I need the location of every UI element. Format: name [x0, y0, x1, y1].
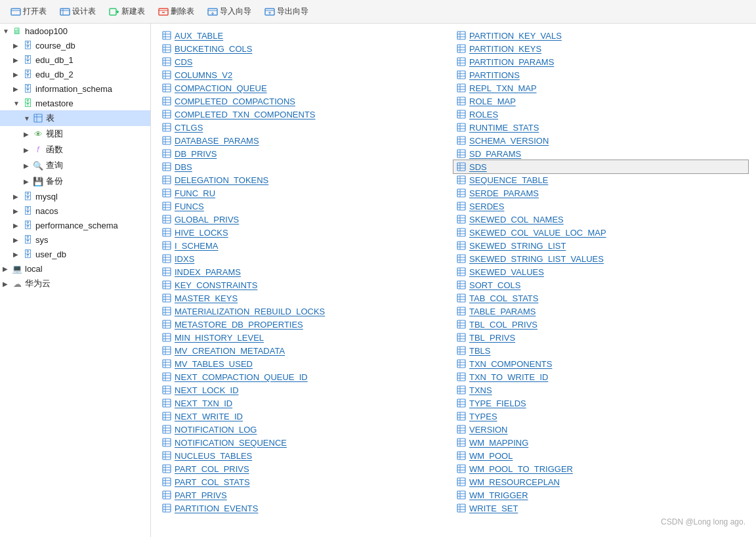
sidebar-item-funcs[interactable]: ▶ f 函数	[0, 142, 150, 158]
table-row[interactable]: BUCKETING_COLS	[159, 42, 453, 55]
table-row[interactable]: CTLGS	[159, 121, 453, 134]
table-row[interactable]: ROLE_MAP	[453, 95, 748, 108]
table-row[interactable]: TXN_COMPONENTS	[453, 357, 748, 370]
table-row[interactable]: IDXS	[159, 252, 453, 265]
table-row[interactable]: INDEX_PARAMS	[159, 265, 453, 278]
table-row[interactable]: FUNCS	[159, 200, 453, 213]
table-row[interactable]: MV_TABLES_USED	[159, 357, 453, 370]
sidebar-item-information-schema[interactable]: ▶ 🗄 information_schema	[0, 81, 150, 96]
table-row[interactable]: PART_COL_STATS	[159, 475, 453, 488]
table-row[interactable]: DATABASE_PARAMS	[159, 134, 453, 147]
sidebar-item-views[interactable]: ▶ 👁 视图	[0, 126, 150, 142]
table-row[interactable]: MV_CREATION_METADATA	[159, 344, 453, 357]
sidebar-item-local[interactable]: ▶ 💻 local	[0, 261, 150, 276]
table-row[interactable]: PART_PRIVS	[159, 488, 453, 502]
table-row[interactable]: SORT_COLS	[453, 278, 748, 291]
table-row[interactable]: NEXT_LOCK_ID	[159, 383, 453, 397]
table-row[interactable]: HIVE_LOCKS	[159, 226, 453, 239]
table-row[interactable]: TBL_PRIVS	[453, 331, 748, 344]
table-row[interactable]: SKEWED_VALUES	[453, 265, 748, 278]
export-wizard-button[interactable]: 导出向导	[259, 4, 314, 19]
table-row[interactable]: REPL_TXN_MAP	[453, 81, 748, 95]
sidebar-item-edu-db-2[interactable]: ▶ 🗄 edu_db_2	[0, 67, 150, 81]
sidebar-item-huawei[interactable]: ▶ ☁ 华为云	[0, 276, 150, 291]
table-row[interactable]: TXN_TO_WRITE_ID	[453, 370, 748, 383]
sidebar-item-sys[interactable]: ▶ 🗄 sys	[0, 232, 150, 247]
table-row[interactable]: DBS	[159, 160, 453, 173]
open-table-button[interactable]: 打开表	[5, 4, 52, 19]
new-table-button[interactable]: 新建表	[104, 4, 150, 19]
table-row[interactable]: MATERIALIZATION_REBUILD_LOCKS	[159, 305, 453, 318]
sidebar-item-backups[interactable]: ▶ 💾 备份	[0, 173, 150, 189]
table-row[interactable]: PARTITIONS	[453, 68, 748, 81]
table-row[interactable]: TYPE_FIELDS	[453, 397, 748, 410]
table-row[interactable]: SCHEMA_VERSION	[453, 134, 748, 147]
table-row[interactable]: COMPLETED_COMPACTIONS	[159, 95, 453, 108]
table-row[interactable]: NUCLEUS_TABLES	[159, 449, 453, 462]
table-row[interactable]: TABLE_PARAMS	[453, 305, 748, 318]
table-row[interactable]: CDS	[159, 55, 453, 68]
sidebar-item-queries[interactable]: ▶ 🔍 查询	[0, 158, 150, 173]
table-name: PARTITION_KEYS	[469, 44, 541, 54]
table-row[interactable]: METASTORE_DB_PROPERTIES	[159, 318, 453, 331]
table-row[interactable]: DELEGATION_TOKENS	[159, 173, 453, 186]
sidebar-item-performance-schema[interactable]: ▶ 🗄 performance_schema	[0, 218, 150, 232]
import-wizard-button[interactable]: 导入向导	[202, 4, 257, 19]
table-row[interactable]: VERSION	[453, 423, 748, 436]
table-row[interactable]: PARTITION_KEYS	[453, 42, 748, 55]
table-row[interactable]: PART_COL_PRIVS	[159, 462, 453, 475]
table-row[interactable]: NEXT_COMPACTION_QUEUE_ID	[159, 370, 453, 383]
sidebar-item-user-db[interactable]: ▶ 🗄 user_db	[0, 247, 150, 261]
table-row[interactable]: GLOBAL_PRIVS	[159, 213, 453, 226]
table-row[interactable]: NOTIFICATION_LOG	[159, 423, 453, 436]
sidebar-item-tables[interactable]: ▼ 表	[0, 110, 150, 126]
table-row[interactable]: SERDE_PARAMS	[453, 186, 748, 200]
table-row[interactable]: SEQUENCE_TABLE	[453, 173, 748, 186]
table-row[interactable]: COMPLETED_TXN_COMPONENTS	[159, 108, 453, 121]
table-name: TXN_COMPONENTS	[469, 359, 552, 369]
table-row[interactable]: COLUMNS_V2	[159, 68, 453, 81]
table-row[interactable]: WM_POOL_TO_TRIGGER	[453, 462, 748, 475]
table-row[interactable]: WM_MAPPING	[453, 436, 748, 449]
table-row[interactable]: WM_TRIGGER	[453, 488, 748, 502]
table-row[interactable]: TYPES	[453, 410, 748, 423]
sidebar-item-mysql[interactable]: ▶ 🗄 mysql	[0, 189, 150, 204]
table-row[interactable]: PARTITION_EVENTS	[159, 502, 453, 515]
sidebar-item-nacos[interactable]: ▶ 🗄 nacos	[0, 204, 150, 218]
table-row[interactable]: NEXT_TXN_ID	[159, 397, 453, 410]
table-row[interactable]: PARTITION_PARAMS	[453, 55, 748, 68]
sidebar-item-metastore[interactable]: ▼ 🗄 metastore	[0, 96, 150, 110]
table-row[interactable]: ROLES	[453, 108, 748, 121]
table-row[interactable]: TBLS	[453, 344, 748, 357]
table-row[interactable]: SD_PARAMS	[453, 147, 748, 160]
table-row[interactable]: DB_PRIVS	[159, 147, 453, 160]
design-table-button[interactable]: 设计表	[54, 4, 101, 19]
table-row[interactable]: SKEWED_COL_NAMES	[453, 213, 748, 226]
table-row[interactable]: SKEWED_COL_VALUE_LOC_MAP	[453, 226, 748, 239]
table-row[interactable]: NOTIFICATION_SEQUENCE	[159, 436, 453, 449]
table-row[interactable]: WM_RESOURCEPLAN	[453, 475, 748, 488]
table-row[interactable]: FUNC_RU	[159, 186, 453, 200]
table-row[interactable]: WRITE_SET	[453, 502, 748, 515]
table-row[interactable]: SKEWED_STRING_LIST	[453, 239, 748, 252]
table-row[interactable]: RUNTIME_STATS	[453, 121, 748, 134]
table-row[interactable]: MIN_HISTORY_LEVEL	[159, 331, 453, 344]
table-row[interactable]: COMPACTION_QUEUE	[159, 81, 453, 95]
table-row[interactable]: SDS	[453, 160, 748, 173]
table-row[interactable]: I_SCHEMA	[159, 239, 453, 252]
sidebar-item-edu-db-1[interactable]: ▶ 🗄 edu_db_1	[0, 53, 150, 67]
sidebar-item-course-db[interactable]: ▶ 🗄 course_db	[0, 38, 150, 53]
table-row[interactable]: MASTER_KEYS	[159, 291, 453, 305]
sidebar-item-hadoop100[interactable]: ▼ 🖥 hadoop100	[0, 24, 150, 38]
table-row[interactable]: TXNS	[453, 383, 748, 397]
delete-table-button[interactable]: 删除表	[153, 4, 200, 19]
table-row[interactable]: KEY_CONSTRAINTS	[159, 278, 453, 291]
table-row[interactable]: NEXT_WRITE_ID	[159, 410, 453, 423]
table-row[interactable]: WM_POOL	[453, 449, 748, 462]
table-row[interactable]: PARTITION_KEY_VALS	[453, 29, 748, 42]
table-row[interactable]: TAB_COL_STATS	[453, 291, 748, 305]
table-row[interactable]: TBL_COL_PRIVS	[453, 318, 748, 331]
table-row[interactable]: SKEWED_STRING_LIST_VALUES	[453, 252, 748, 265]
table-row[interactable]: SERDES	[453, 200, 748, 213]
table-row[interactable]: AUX_TABLE	[159, 29, 453, 42]
